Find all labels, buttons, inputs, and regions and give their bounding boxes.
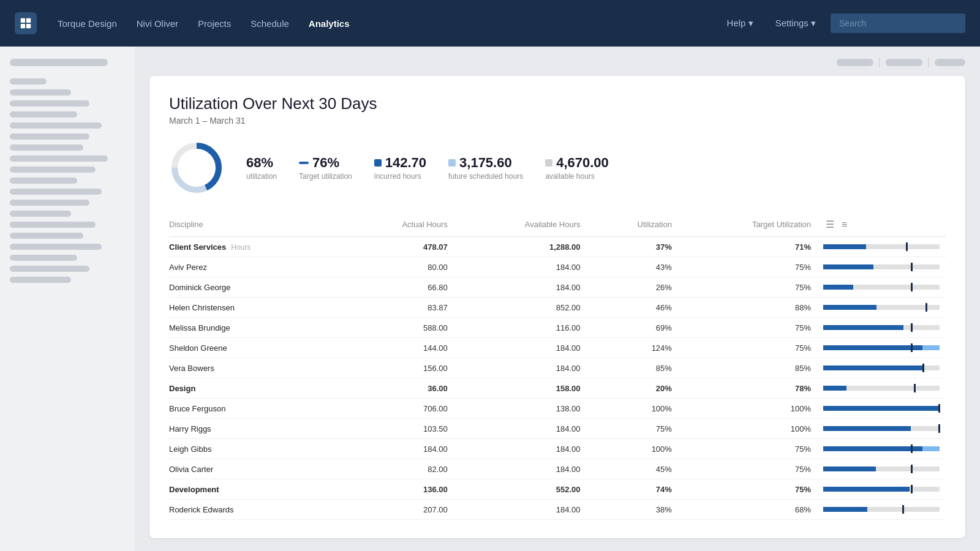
available-label: available hours [545,172,609,181]
stat-available: 4,670.00 available hours [545,155,609,181]
bar-actual [823,325,903,330]
table-row: Vera Bowers156.00184.0085%85% [169,358,946,378]
donut-chart [169,140,224,195]
cell-util: 26% [587,277,678,298]
nav-nivi-oliver[interactable]: Nivi Oliver [128,13,187,34]
cell-target: 75% [678,459,817,479]
cell-actual: 66.80 [341,277,454,298]
table-row: Sheldon Greene144.00184.00124%75% [169,338,946,358]
settings-button[interactable]: Settings ▾ [768,13,823,34]
bar-target-line [911,323,913,332]
cell-discipline: Dominick George [169,277,341,298]
ctrl-pill-2[interactable] [886,59,922,66]
cell-target: 71% [678,237,817,257]
logo[interactable] [15,12,37,34]
cell-discipline: Bruce Ferguson [169,399,341,419]
sidebar-item [10,200,89,206]
bar-target-line [911,263,913,271]
sidebar-item [10,266,89,272]
sidebar-item [10,167,96,173]
cell-bar [817,459,946,479]
sidebar-item [10,111,77,118]
sidebar-item [10,255,77,261]
cell-bar [817,338,946,358]
table-row: Dominick George66.80184.0026%75% [169,277,946,298]
incurred-value: 142.70 [385,155,426,171]
donut-svg [169,140,224,195]
cell-target: 100% [678,399,817,419]
svg-rect-2 [21,24,25,28]
sidebar-item [10,122,102,129]
utilization-label: utilization [246,172,277,181]
help-button[interactable]: Help ▾ [720,13,761,34]
cell-target: 75% [678,277,817,298]
cell-util: 100% [587,399,678,419]
cell-bar [817,318,946,338]
bar-target-line [914,384,916,392]
cell-available: 184.00 [454,419,587,439]
cell-actual: 80.00 [341,257,454,277]
cell-util: 100% [587,439,678,459]
cell-util: 38% [587,500,678,520]
bar-actual [823,365,922,370]
col-available-hours: Available Hours [454,212,587,237]
sidebar-item [10,100,89,107]
sidebar-item [10,244,102,250]
bar-actual [823,426,911,431]
nav-torque-design[interactable]: Torque Design [49,13,126,34]
search-input[interactable] [831,13,965,33]
sidebar-group-1 [10,78,125,283]
top-controls: | | [149,59,965,66]
nav-links: Torque Design Nivi Oliver Projects Sched… [49,13,720,34]
cell-available: 184.00 [454,277,587,298]
cell-available: 138.00 [454,399,587,419]
bar-actual [823,406,940,411]
bar-actual [823,507,867,512]
table-row: Harry Riggs103.50184.0075%100% [169,419,946,439]
cell-target: 88% [678,298,817,318]
incurred-label: incurred hours [374,172,426,181]
utilization-table: Discipline Actual Hours Available Hours … [169,212,946,520]
bar-view-button[interactable]: ☰ [823,217,837,231]
nav-analytics[interactable]: Analytics [300,13,358,34]
table-row: Olivia Carter82.00184.0045%75% [169,459,946,479]
sidebar-item [10,233,83,239]
cell-available: 184.00 [454,338,587,358]
cell-discipline: Client ServicesHours [169,237,341,257]
cell-discipline: Melissa Brundige [169,318,341,338]
bar-target-line [925,303,927,312]
cell-discipline: Development [169,479,341,500]
cell-available: 184.00 [454,257,587,277]
cell-target: 75% [678,257,817,277]
bar-actual [823,487,910,492]
sidebar-item [10,144,83,151]
bar-target-line [911,343,913,352]
cell-available: 158.00 [454,378,587,399]
available-value: 4,670.00 [556,155,609,171]
nav-projects[interactable]: Projects [189,13,239,34]
bar-actual [823,467,876,471]
cell-actual: 82.00 [341,459,454,479]
nav-schedule[interactable]: Schedule [242,13,298,34]
cell-util: 124% [587,338,678,358]
cell-bar [817,378,946,399]
utilization-value: 68% [246,155,273,171]
cell-util: 74% [587,479,678,500]
bar-target-line [911,444,913,453]
cell-bar [817,500,946,520]
col-discipline: Discipline [169,212,341,237]
sidebar-filter-bar [10,59,108,66]
ctrl-pill-1[interactable] [837,59,873,66]
stat-target: 76% Target utilization [299,155,352,181]
cell-actual: 706.00 [341,399,454,419]
sidebar-item [10,133,89,140]
cell-available: 184.00 [454,500,587,520]
list-view-button[interactable]: ≡ [839,217,850,231]
cell-actual: 83.87 [341,298,454,318]
ctrl-pill-3[interactable] [935,59,965,66]
future-label: future scheduled hours [448,172,523,181]
cell-actual: 588.00 [341,318,454,338]
col-actual-hours: Actual Hours [341,212,454,237]
cell-target: 68% [678,500,817,520]
cell-bar [817,439,946,459]
